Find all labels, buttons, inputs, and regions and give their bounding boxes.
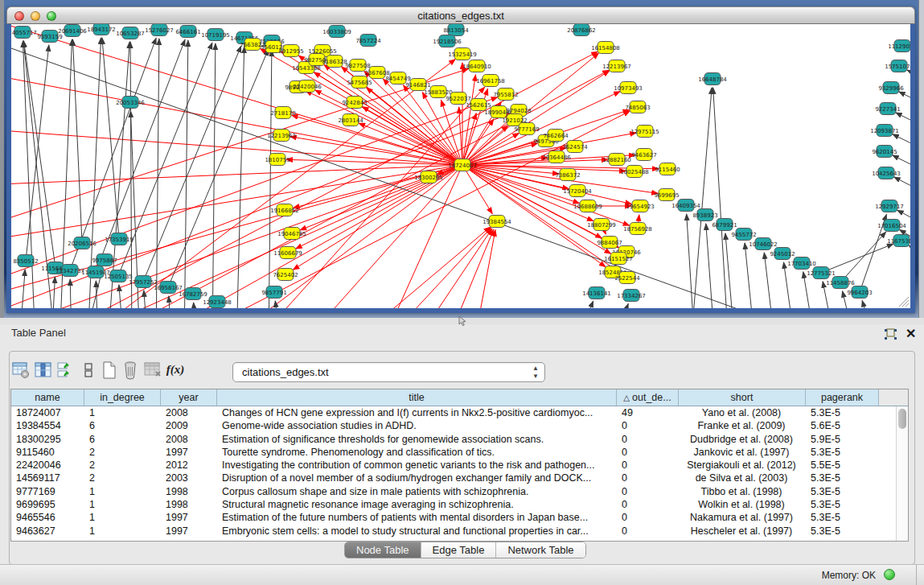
cell-in_degree[interactable]: 1 — [84, 498, 161, 511]
cell-in_degree[interactable]: 1 — [84, 511, 161, 524]
cell-in_degree[interactable]: 1 — [84, 406, 161, 419]
tab-node-table[interactable]: Node Table — [345, 542, 421, 558]
cell-short[interactable]: Yano et al. (2008) — [679, 406, 806, 419]
graph-node[interactable]: 6466161 — [175, 26, 200, 38]
graph-node[interactable]: 10425643 — [872, 167, 901, 179]
table-row[interactable]: 1938455462009Genome-wide association stu… — [11, 419, 896, 432]
graph-node[interactable]: 16648784 — [698, 73, 727, 85]
graph-node[interactable]: 20691406 — [58, 25, 87, 37]
graph-node[interactable]: 12929717 — [875, 200, 904, 212]
table-row[interactable]: 2242004622012Investigating the contribut… — [11, 459, 896, 472]
cell-title[interactable]: Disruption of a novel member of a sodium… — [217, 472, 617, 484]
graph-node[interactable]: 12923448 — [203, 296, 232, 308]
cell-title[interactable]: Genome-wide association studies in ADHD. — [217, 419, 617, 432]
row-height-icon[interactable] — [79, 360, 98, 380]
graph-node[interactable]: 9455772 — [731, 229, 756, 241]
cell-name[interactable]: 18724007 — [11, 406, 84, 419]
table-select[interactable]: citations_edges.txt ▲▼ — [232, 362, 545, 382]
graph-node[interactable]: 24055717 — [11, 27, 37, 39]
cell-short[interactable]: Nakamura et al. (1997) — [679, 511, 806, 524]
cell-name[interactable]: 9777169 — [11, 485, 84, 498]
cell-pagerank[interactable]: 5.6E-5 — [806, 419, 879, 432]
cell-year[interactable]: 1997 — [161, 446, 217, 459]
graph-node[interactable]: 17703410 — [787, 257, 816, 270]
cell-out_de[interactable]: 0 — [617, 485, 679, 498]
cell-title[interactable]: Embryonic stem cells: a model to study s… — [217, 525, 617, 538]
graph-node[interactable]: 19166852 — [270, 204, 299, 216]
graph-node[interactable]: 5475685 — [347, 76, 372, 89]
graph-node[interactable]: 19654923 — [626, 200, 655, 212]
graph-node[interactable]: 10025488 — [620, 166, 649, 178]
delete-table-icon[interactable] — [143, 360, 162, 380]
graph-node[interactable]: 16961758 — [476, 75, 505, 87]
graph-node[interactable]: 20876862 — [567, 24, 596, 36]
table-row[interactable]: 1456911722003Disruption of a novel membe… — [11, 472, 896, 484]
cell-title[interactable]: Estimation of significance thresholds fo… — [217, 433, 617, 446]
table-settings-icon[interactable] — [11, 360, 31, 380]
column-header-in_degree[interactable]: in_degree — [84, 389, 161, 406]
column-header-pagerank[interactable]: pagerank — [806, 389, 879, 406]
graph-node[interactable]: 10688609 — [573, 200, 602, 212]
delete-values-icon[interactable] — [121, 360, 140, 380]
network-canvas[interactable]: 2405571793931592069140618943172106532871… — [11, 24, 910, 308]
graph-node[interactable]: 10746022 — [749, 238, 778, 250]
cell-title[interactable]: Corpus callosum shape and size in male p… — [217, 485, 617, 498]
graph-node[interactable]: 14136141 — [582, 287, 611, 299]
tab-network-table[interactable]: Network Table — [496, 542, 585, 558]
graph-node[interactable]: 17353919 — [105, 233, 133, 245]
network-window-titlebar[interactable]: citations_edges.txt — [6, 6, 915, 24]
cell-year[interactable]: 1998 — [161, 498, 217, 511]
cell-year[interactable]: 2008 — [161, 406, 217, 419]
cell-name[interactable]: 9463627 — [11, 525, 84, 538]
cell-year[interactable]: 1997 — [161, 525, 217, 538]
graph-node[interactable]: 12213963 — [267, 130, 296, 142]
graph-node[interactable]: 12093871 — [870, 125, 899, 137]
graph-node[interactable]: 18943172 — [87, 24, 116, 35]
graph-node[interactable]: 6879921 — [712, 219, 737, 231]
cell-pagerank[interactable]: 5.5E-5 — [806, 459, 879, 472]
function-builder-icon[interactable]: f(x) — [166, 360, 185, 380]
cell-pagerank[interactable]: 5.3E-5 — [806, 446, 879, 459]
graph-node[interactable]: 15276027 — [145, 24, 174, 36]
cell-title[interactable]: Investigating the contribution of common… — [217, 459, 617, 472]
cell-pagerank[interactable]: 5.3E-5 — [806, 498, 879, 511]
graph-node[interactable]: 16154808 — [591, 42, 620, 54]
cell-out_de[interactable]: 0 — [617, 446, 679, 459]
cell-year[interactable]: 2009 — [161, 419, 217, 432]
cell-short[interactable]: Hescheler et al. (1997) — [679, 525, 806, 538]
cell-out_de[interactable]: 0 — [617, 472, 679, 484]
table-row[interactable]: 946362711997Embryonic stem cells: a mode… — [11, 525, 896, 538]
table-row[interactable]: 977716911998Corpus callosum shape and si… — [11, 485, 896, 498]
graph-node[interactable]: 18300295 — [414, 171, 443, 183]
cell-year[interactable]: 1997 — [161, 511, 217, 524]
cell-year[interactable]: 2008 — [161, 433, 217, 446]
new-table-icon[interactable] — [100, 360, 119, 380]
graph-node[interactable]: 17334267 — [617, 290, 646, 302]
close-icon[interactable]: ✕ — [906, 326, 916, 341]
cell-title[interactable]: Estimation of the future numbers of pati… — [217, 511, 617, 524]
cell-name[interactable]: 9115460 — [11, 446, 84, 459]
cell-in_degree[interactable]: 2 — [84, 472, 161, 484]
cell-pagerank[interactable]: 5.3E-5 — [806, 511, 879, 524]
cell-in_degree[interactable]: 2 — [84, 459, 161, 472]
graph-node[interactable]: 11458876 — [826, 277, 855, 289]
resize-grip[interactable] — [899, 297, 909, 307]
cell-name[interactable]: 9699695 — [11, 498, 84, 511]
cell-year[interactable]: 2003 — [161, 472, 217, 484]
graph-node[interactable]: 12975115 — [630, 126, 659, 138]
table-row[interactable]: 911546021997Tourette syndrome. Phenomeno… — [11, 446, 896, 459]
graph-node[interactable]: 10653287 — [116, 27, 145, 39]
graph-node[interactable]: 19384554 — [483, 216, 511, 228]
table-row[interactable]: 1872400712008Changes of HCN gene express… — [11, 406, 896, 419]
graph-node[interactable]: 9245012 — [770, 248, 795, 260]
graph-node[interactable]: 16033809 — [322, 26, 351, 38]
cell-short[interactable]: de Silva et al. (2003) — [679, 472, 806, 484]
cell-out_de[interactable]: 0 — [617, 498, 679, 511]
graph-node[interactable]: 17016504 — [877, 220, 906, 232]
scrollbar-thumb[interactable] — [898, 409, 906, 429]
cell-short[interactable]: Dudbridge et al. (2008) — [679, 433, 806, 446]
column-header-title[interactable]: title — [217, 389, 617, 406]
graph-node[interactable]: 15720404 — [563, 185, 592, 197]
table-scrollbar[interactable] — [896, 406, 908, 541]
column-header-name[interactable]: name — [11, 389, 84, 406]
